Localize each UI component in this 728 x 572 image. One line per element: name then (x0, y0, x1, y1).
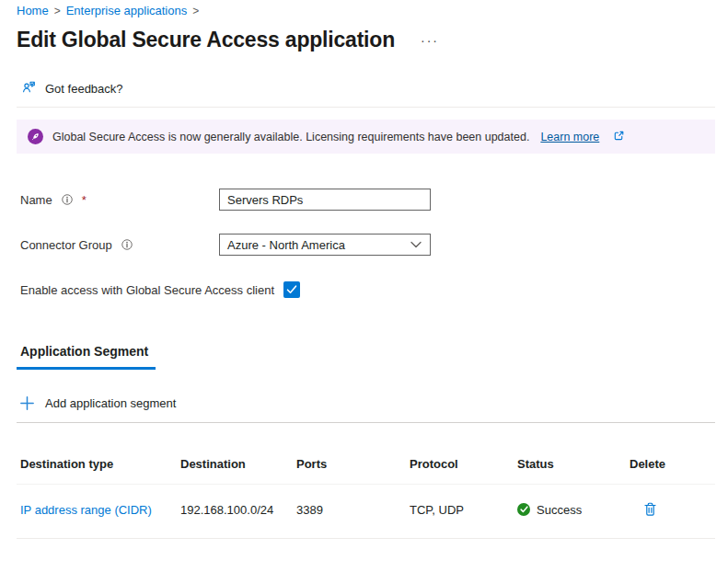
info-icon[interactable] (61, 193, 74, 206)
name-input[interactable] (219, 189, 431, 211)
check-icon (286, 285, 297, 294)
plus-icon (20, 396, 34, 410)
edit-application-form: Name * Connector Group (17, 188, 715, 298)
status-badge: Success (537, 503, 582, 517)
success-check-icon (517, 503, 530, 516)
column-header-destination: Destination (177, 450, 293, 484)
rocket-announcement-icon (28, 129, 43, 144)
name-label: Name (20, 193, 52, 207)
cell-destination-type: IP address range (CIDR) (17, 488, 177, 535)
add-segment-section: Add application segment (17, 396, 715, 423)
cell-destination: 192.168.100.0/24 (177, 488, 293, 535)
breadcrumb-separator: > (192, 4, 199, 18)
page: Home > Enterprise applications > Edit Gl… (0, 0, 728, 572)
column-header-ports: Ports (293, 450, 406, 484)
connector-group-row: Connector Group Azure - North America (20, 233, 715, 257)
enable-client-checkbox[interactable] (283, 281, 300, 298)
tab-application-segment[interactable]: Application Segment (17, 344, 156, 370)
title-row: Edit Global Secure Access application ··… (17, 28, 715, 52)
cell-protocol: TCP, UDP (406, 488, 514, 535)
got-feedback-label: Got feedback? (45, 82, 123, 96)
column-header-status: Status (514, 450, 626, 484)
connector-group-selected-value: Azure - North America (227, 238, 345, 252)
destination-type-link[interactable]: IP address range (CIDR) (20, 503, 152, 517)
required-asterisk: * (82, 193, 87, 207)
chevron-down-icon (410, 241, 422, 248)
page-title: Edit Global Secure Access application (17, 28, 395, 52)
external-link-icon[interactable] (613, 130, 625, 144)
breadcrumb-separator: > (54, 4, 61, 18)
command-bar: Got feedback? (17, 74, 715, 108)
learn-more-link[interactable]: Learn more (540, 131, 599, 143)
announcement-banner: Global Secure Access is now generally av… (17, 120, 715, 154)
feedback-icon (22, 80, 37, 97)
connector-group-dropdown[interactable]: Azure - North America (219, 234, 431, 256)
cell-delete (626, 485, 715, 538)
column-header-protocol: Protocol (406, 450, 514, 484)
info-icon[interactable] (121, 238, 133, 251)
more-actions-icon[interactable]: ··· (419, 32, 441, 49)
delete-segment-button[interactable] (641, 499, 660, 519)
cell-status: Success (514, 488, 626, 535)
breadcrumb-home-link[interactable]: Home (17, 4, 49, 18)
connector-group-label-group: Connector Group (20, 238, 219, 252)
cell-ports: 3389 (293, 488, 406, 535)
banner-message: Global Secure Access is now generally av… (52, 131, 529, 143)
breadcrumb: Home > Enterprise applications > (17, 4, 715, 18)
table-header-row: Destination type Destination Ports Proto… (17, 450, 715, 485)
trash-icon (642, 501, 658, 517)
name-field-row: Name * (20, 188, 715, 212)
column-header-destination-type: Destination type (17, 450, 177, 484)
breadcrumb-enterprise-applications-link[interactable]: Enterprise applications (66, 4, 188, 18)
name-label-group: Name * (20, 193, 219, 207)
connector-group-label: Connector Group (20, 238, 112, 252)
column-header-delete: Delete (626, 450, 715, 484)
got-feedback-button[interactable]: Got feedback? (22, 80, 123, 97)
table-row: IP address range (CIDR) 192.168.100.0/24… (17, 485, 715, 539)
enable-client-row: Enable access with Global Secure Access … (20, 281, 715, 298)
add-application-segment-button[interactable]: Add application segment (20, 396, 715, 410)
tab-strip: Application Segment (17, 343, 715, 370)
application-segment-table: Destination type Destination Ports Proto… (17, 450, 715, 539)
enable-client-label: Enable access with Global Secure Access … (20, 283, 274, 297)
add-application-segment-label: Add application segment (45, 396, 176, 410)
